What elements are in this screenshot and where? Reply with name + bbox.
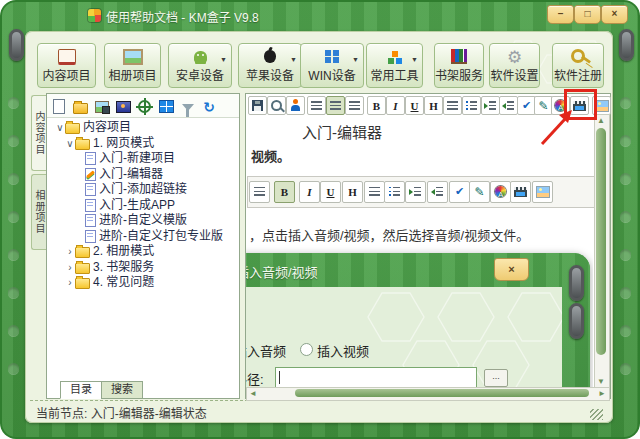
scroll-right-icon[interactable]: ► (598, 389, 606, 398)
folder-icon (75, 278, 90, 289)
new-doc-icon (53, 99, 65, 114)
tree-item[interactable]: ›2. 相册模式 (47, 244, 239, 260)
editor-zoom-button[interactable] (267, 96, 286, 115)
toolbar-button-label: 安卓设备 (169, 66, 231, 83)
editor-bold-button[interactable]: B (367, 96, 386, 115)
tree-expanded-icon[interactable]: ∨ (65, 136, 75, 152)
sidebar-tab-0[interactable]: 内容项目 (31, 95, 47, 171)
vertical-scroll-thumb[interactable] (596, 128, 606, 355)
browse-button[interactable]: ... (484, 369, 508, 387)
editor-align-center-button[interactable] (326, 96, 345, 115)
application-window: 使用帮助文档 - KM盒子 V9.8 –□× 内容项目相册项目安卓设备▼苹果设备… (0, 0, 640, 439)
indent-left-icon (503, 101, 514, 110)
toolbar-button-gear[interactable]: ⚙软件设置 (489, 43, 540, 88)
editor-align-right-button[interactable] (345, 96, 364, 115)
tree-item[interactable]: ∨1. 网页模式 (47, 136, 239, 152)
open-folder-icon[interactable] (72, 97, 89, 114)
toolbar-button-android[interactable]: 安卓设备▼ (168, 43, 232, 88)
tree-item-label: 入门-新建项目 (99, 151, 175, 165)
doc-edit-icon (85, 168, 96, 181)
toolbar-button-blocks[interactable]: 常用工具▼ (366, 43, 423, 88)
editor-list-button[interactable] (462, 96, 481, 115)
tab-search[interactable]: 搜索 (101, 381, 143, 399)
editor-horizontal-scrollbar[interactable]: ◄ ► (246, 387, 610, 401)
tree-collapsed-icon[interactable]: › (65, 244, 75, 260)
monitor-icon[interactable] (115, 97, 132, 114)
apple-icon (264, 50, 276, 63)
grid-icon[interactable] (158, 97, 175, 114)
doc-icon (85, 152, 96, 165)
zoom-icon (271, 100, 282, 111)
toolbar-button-windows[interactable]: WIN设备▼ (300, 43, 364, 88)
tree-panel: ↻ ∨内容项目∨1. 网页模式入门-新建项目入门-编辑器入门-添加超链接入门-生… (46, 93, 240, 399)
filter-icon (182, 104, 194, 111)
editor-italic-button[interactable]: I (386, 96, 405, 115)
insert-video-radio[interactable] (300, 343, 313, 356)
tree-item-label: 进阶-自定义模版 (99, 213, 187, 227)
check-icon: ✔ (522, 100, 531, 111)
editor-user-button[interactable] (286, 96, 305, 115)
tree-collapsed-icon[interactable]: › (65, 260, 75, 276)
tree-item[interactable]: ∨内容项目 (47, 120, 239, 136)
folder-icon (75, 247, 90, 258)
toolbar-button-label: 软件设置 (490, 66, 539, 83)
editor-underline-button[interactable]: U (405, 96, 424, 115)
toolbar-button-book[interactable]: 内容项目 (37, 43, 96, 88)
tab-contents[interactable]: 目录 (60, 381, 102, 399)
path-input[interactable] (275, 367, 477, 387)
tree-item-label: 2. 相册模式 (93, 244, 154, 258)
editor-align-left-button[interactable] (307, 96, 326, 115)
tree-item[interactable]: 进阶-自定义打包专业版 (47, 229, 239, 245)
tree-expanded-icon[interactable]: ∨ (55, 120, 65, 136)
project-tree[interactable]: ∨内容项目∨1. 网页模式入门-新建项目入门-编辑器入门-添加超链接入门-生成A… (47, 120, 239, 380)
dialog-close-button[interactable]: × (494, 258, 529, 281)
tree-item[interactable]: ›4. 常见问题 (47, 275, 239, 291)
scroll-left-icon[interactable]: ◄ (249, 389, 257, 398)
scroll-down-icon[interactable]: ▼ (597, 377, 605, 386)
refresh-icon[interactable]: ↻ (201, 97, 218, 114)
editor-vertical-scrollbar[interactable]: ▲ ▼ (594, 114, 610, 388)
new-doc-icon[interactable] (50, 97, 67, 114)
tree-item[interactable]: 入门-添加超链接 (47, 182, 239, 198)
close-button[interactable]: × (601, 5, 628, 24)
align-center-icon (330, 101, 341, 110)
align-left-icon (311, 101, 322, 110)
tree-toolbar: ↻ (47, 94, 239, 118)
editor-save-button[interactable] (248, 96, 267, 115)
dialog-title: 插入音频/视频 (246, 262, 318, 281)
tree-item-label: 3. 书架服务 (93, 260, 154, 274)
editor-indent-right-button[interactable] (481, 96, 500, 115)
tree-item[interactable]: ›3. 书架服务 (47, 260, 239, 276)
editor-heading-button[interactable]: H (424, 96, 443, 115)
minimize-button[interactable]: – (547, 5, 574, 24)
maximize-button[interactable]: □ (574, 5, 601, 24)
tree-item[interactable]: 入门-编辑器 (47, 167, 239, 183)
editor-indent-left-button[interactable] (499, 96, 518, 115)
insert-audio-label: 插入音频 (246, 341, 286, 360)
title-bar[interactable]: 使用帮助文档 - KM盒子 V9.8 –□× (0, 0, 640, 31)
tree-collapsed-icon[interactable]: › (65, 275, 75, 291)
tree-item-label: 1. 网页模式 (93, 136, 154, 150)
resize-grip-icon[interactable] (590, 409, 603, 420)
refresh-icon: ↻ (203, 100, 215, 114)
toolbar-button-photo[interactable]: 相册项目 (104, 43, 161, 88)
scroll-up-icon[interactable]: ▲ (597, 116, 605, 125)
dialog-body: 插入音频 插入视频 路径: ... 设置: 自动播放▼显示面板▼单次播放▼ 插入… (246, 287, 562, 387)
toolbar-button-apple[interactable]: 苹果设备▼ (238, 43, 302, 88)
books-icon (435, 49, 483, 67)
tree-item[interactable]: 入门-生成APP (47, 198, 239, 214)
open-folder-icon (73, 103, 88, 114)
editor-strike-button[interactable] (443, 96, 462, 115)
target-icon[interactable] (136, 97, 153, 114)
tree-item[interactable]: 入门-新建项目 (47, 151, 239, 167)
tree-item[interactable]: 进阶-自定义模版 (47, 213, 239, 229)
save-image-icon[interactable] (93, 97, 110, 114)
book-icon (38, 49, 95, 67)
insert-media-dialog: 插入音频/视频 × 插入音频 插入视频 (246, 253, 590, 387)
filter-icon[interactable] (179, 97, 196, 114)
sidebar-tab-1[interactable]: 相册项目 (31, 174, 47, 250)
toolbar-button-books[interactable]: 书架服务 (434, 43, 484, 88)
horizontal-scroll-thumb[interactable] (295, 389, 589, 397)
toolbar-button-key[interactable]: 软件注册 (552, 43, 604, 88)
toolbar-button-label: 内容项目 (38, 66, 95, 83)
